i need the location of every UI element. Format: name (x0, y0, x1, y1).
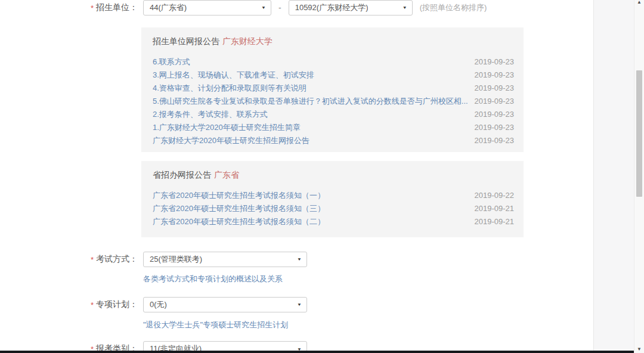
required-asterisk: * (91, 4, 94, 13)
notice-link[interactable]: 2.报考条件、考试安排、联系方式 (153, 108, 268, 121)
notice-link[interactable]: 广东省2020年硕士研究生招生考试报名须知（三） (153, 202, 325, 215)
notice-date: 2019-09-23 (475, 134, 515, 147)
notice-item: 2.报考条件、考试安排、联系方式 2019-09-23 (153, 108, 514, 121)
special-plan-helper-link[interactable]: "退役大学生士兵"专项硕士研究生招生计划 (143, 320, 288, 330)
notice-item: 5.佛山研究生院各专业复试和录取是否单独进行？初试进入复试的分数线是否与广州校区… (153, 95, 514, 108)
province-select[interactable]: 44(广东省) ▼ (143, 0, 271, 16)
notice-item: 6.联系方式 2019-09-23 (153, 55, 514, 69)
field-row-special-plan: * 专项计划： 0(无) ▼ (91, 297, 307, 312)
notice-item: 广东财经大学2020年硕士研究生招生网报公告 2019-09-23 (153, 134, 514, 147)
unit-select-value: 10592(广东财经大学) (295, 2, 369, 13)
panel-title-highlight: 广东省 (214, 170, 239, 179)
notice-item: 1.广东财经大学2020年硕士研究生招生简章 2019-09-23 (153, 121, 514, 134)
page-outside-strip (594, 0, 634, 353)
notice-link[interactable]: 6.联系方式 (153, 55, 190, 69)
notice-date: 2019-09-21 (475, 202, 515, 215)
field-label-exam-method: * 考试方式： (91, 254, 143, 265)
notice-item: 广东省2020年硕士研究生招生考试报名须知（二） 2019-09-21 (153, 215, 514, 228)
scroll-down-arrow-icon[interactable]: ▼ (634, 345, 644, 353)
vertical-scrollbar[interactable]: ▲ ▼ (634, 0, 644, 353)
provincial-announcements-list: 广东省2020年硕士研究生招生考试报名须知（一） 2019-09-22 广东省2… (153, 189, 514, 228)
notice-link[interactable]: 3.网上报名、现场确认、下载准考证、初试安排 (153, 69, 314, 82)
notice-date: 2019-09-21 (475, 215, 515, 228)
notice-item: 广东省2020年硕士研究生招生考试报名须知（三） 2019-09-21 (153, 202, 514, 215)
provincial-announcements-panel: 省招办网报公告广东省 广东省2020年硕士研究生招生考试报名须知（一） 2019… (141, 161, 524, 237)
notice-item: 3.网上报名、现场确认、下载准考证、初试安排 2019-09-23 (153, 69, 514, 82)
field-row-exam-method: * 考试方式： 25(管理类联考) ▼ (91, 252, 307, 267)
field-label-text: 专项计划： (96, 299, 138, 310)
notice-link[interactable]: 5.佛山研究生院各专业复试和录取是否单独进行？初试进入复试的分数线是否与广州校区… (153, 95, 468, 108)
panel-title-text: 省招办网报公告 (153, 170, 211, 179)
provincial-announcements-title: 省招办网报公告广东省 (153, 169, 514, 181)
notice-date: 2019-09-23 (475, 55, 515, 69)
special-plan-select-value: 0(无) (150, 299, 167, 310)
notice-item: 4.资格审查、计划分配和录取原则等有关说明 2019-09-23 (153, 82, 514, 95)
unit-announcements-title: 招生单位网报公告广东财经大学 (153, 35, 514, 47)
field-row-recruiting-unit: * 招生单位： 44(广东省) ▼ - 10592(广东财经大学) ▼ (按照单… (91, 0, 487, 16)
scroll-up-arrow-icon[interactable]: ▲ (634, 0, 644, 6)
panel-title-highlight: 广东财经大学 (222, 36, 273, 46)
notice-date: 2019-09-23 (475, 69, 515, 82)
unit-announcements-list: 6.联系方式 2019-09-23 3.网上报名、现场确认、下载准考证、初试安排… (153, 55, 514, 147)
notice-item: 广东省2020年硕士研究生招生考试报名须知（一） 2019-09-22 (153, 189, 514, 202)
notice-link[interactable]: 4.资格审查、计划分配和录取原则等有关说明 (153, 82, 306, 95)
notice-date: 2019-09-23 (475, 82, 515, 95)
exam-method-select[interactable]: 25(管理类联考) ▼ (143, 252, 307, 267)
unit-sort-hint: (按照单位名称排序) (420, 2, 487, 13)
field-label-text: 招生单位： (96, 2, 138, 13)
scrollbar-thumb[interactable] (636, 70, 642, 197)
caret-down-icon: ▼ (297, 302, 302, 306)
required-asterisk: * (91, 255, 94, 264)
bottom-edge-bar (0, 351, 634, 353)
notice-date: 2019-09-22 (475, 189, 515, 202)
graduate-application-form-page: * 招生单位： 44(广东省) ▼ - 10592(广东财经大学) ▼ (按照单… (0, 0, 644, 353)
notice-link[interactable]: 广东省2020年硕士研究生招生考试报名须知（一） (153, 189, 325, 202)
exam-method-helper-link[interactable]: 各类考试方式和专项计划的概述以及关系 (143, 274, 283, 284)
notice-link[interactable]: 广东省2020年硕士研究生招生考试报名须知（二） (153, 215, 325, 228)
special-plan-select[interactable]: 0(无) ▼ (143, 297, 307, 312)
field-label-special-plan: * 专项计划： (91, 299, 143, 310)
unit-select[interactable]: 10592(广东财经大学) ▼ (289, 0, 413, 16)
notice-date: 2019-09-23 (475, 121, 515, 134)
unit-announcements-panel: 招生单位网报公告广东财经大学 6.联系方式 2019-09-23 3.网上报名、… (141, 27, 524, 152)
notice-link[interactable]: 1.广东财经大学2020年硕士研究生招生简章 (153, 121, 301, 134)
notice-link[interactable]: 广东财经大学2020年硕士研究生招生网报公告 (153, 134, 309, 147)
caret-down-icon: ▼ (402, 5, 407, 10)
exam-method-select-value: 25(管理类联考) (150, 254, 202, 265)
required-asterisk: * (91, 301, 94, 309)
panel-title-text: 招生单位网报公告 (153, 36, 219, 46)
notice-date: 2019-09-23 (475, 95, 515, 108)
province-select-value: 44(广东省) (150, 2, 187, 13)
caret-down-icon: ▼ (261, 5, 266, 10)
notice-date: 2019-09-23 (475, 108, 515, 121)
caret-down-icon: ▼ (297, 257, 302, 261)
field-label-text: 考试方式： (96, 254, 138, 265)
field-label-recruiting-unit: * 招生单位： (91, 2, 143, 13)
select-separator: - (278, 3, 281, 13)
